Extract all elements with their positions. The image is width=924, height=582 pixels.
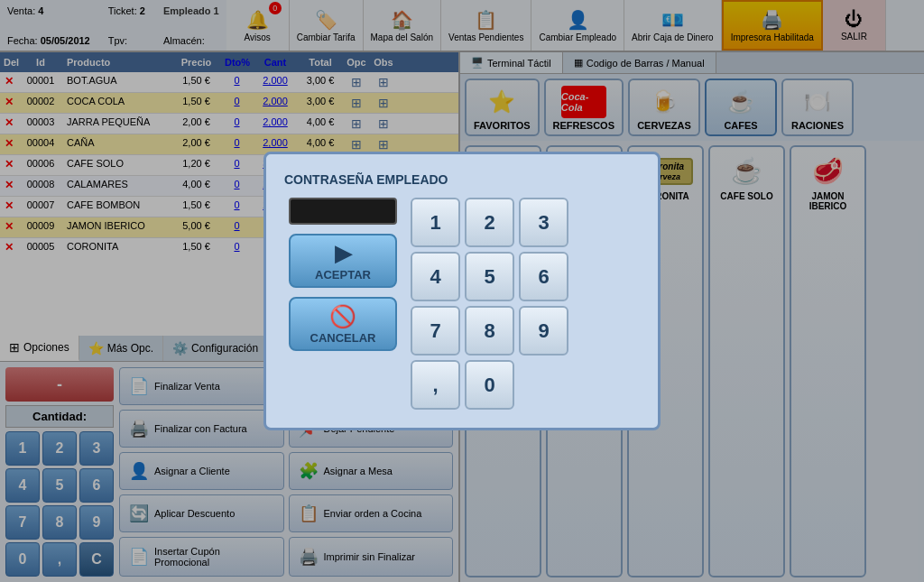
accept-button[interactable]: ▶ ACEPTAR [289, 234, 397, 288]
password-field[interactable] [289, 198, 397, 225]
cancel-icon: 🚫 [329, 304, 356, 329]
d-num-comma[interactable]: , [411, 360, 460, 410]
d-num-2[interactable]: 2 [465, 198, 514, 247]
cancel-button[interactable]: 🚫 CANCELAR [289, 297, 397, 351]
d-num-8[interactable]: 8 [465, 306, 514, 356]
d-num-5[interactable]: 5 [465, 252, 514, 301]
dialog-overlay: CONTRASEÑA EMPLEADO ▶ ACEPTAR 🚫 CANCELAR… [0, 0, 924, 582]
accept-label: ACEPTAR [315, 268, 371, 282]
d-num-7[interactable]: 7 [411, 306, 460, 356]
dialog-body: ▶ ACEPTAR 🚫 CANCELAR 1 2 3 4 5 6 7 8 9 , [284, 198, 640, 410]
accept-icon: ▶ [335, 241, 351, 266]
dialog-numpad: 1 2 3 4 5 6 7 8 9 , 0 [411, 198, 568, 410]
d-num-6[interactable]: 6 [519, 252, 568, 301]
d-num-1[interactable]: 1 [411, 198, 460, 247]
d-num-4[interactable]: 4 [411, 252, 460, 301]
d-num-0[interactable]: 0 [465, 360, 514, 410]
d-num-3[interactable]: 3 [519, 198, 568, 247]
cancel-label: CANCELAR [310, 331, 376, 345]
dialog-left: ▶ ACEPTAR 🚫 CANCELAR [284, 198, 402, 410]
dialog-title: CONTRASEÑA EMPLEADO [284, 172, 640, 187]
password-dialog: CONTRASEÑA EMPLEADO ▶ ACEPTAR 🚫 CANCELAR… [263, 152, 661, 430]
d-num-9[interactable]: 9 [519, 306, 568, 356]
